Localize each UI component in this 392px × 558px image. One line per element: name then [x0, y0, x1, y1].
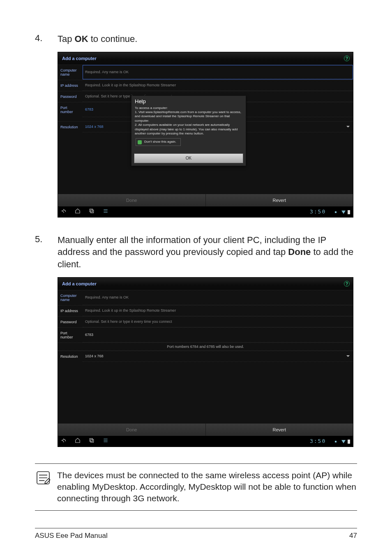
- step-5: 5. Manually enter all the information of…: [35, 234, 357, 271]
- step-4-number: 4.: [35, 33, 58, 45]
- screen-title-bar: Add a computer ?: [58, 278, 353, 290]
- note-icon: [35, 470, 51, 488]
- status-icons: [335, 438, 350, 445]
- footer-title: ASUS Eee Pad Manual: [35, 532, 108, 540]
- recent-apps-icon[interactable]: [88, 208, 95, 215]
- note-text: The devices must be connected to the sam…: [57, 470, 357, 505]
- screen-title: Add a computer: [62, 56, 97, 61]
- menu-icon[interactable]: [102, 438, 109, 445]
- back-icon[interactable]: [60, 438, 67, 445]
- svg-rect-1: [91, 210, 94, 213]
- help-icon[interactable]: ?: [344, 281, 350, 287]
- screenshot-add-computer-form: Add a computer ? Computer name Required.…: [58, 277, 353, 447]
- label-password: Password: [58, 317, 83, 327]
- back-icon[interactable]: [60, 208, 67, 215]
- label-resolution: Resolution: [58, 351, 83, 362]
- input-computer-name[interactable]: Required. Any name is OK: [83, 290, 353, 305]
- divider: [35, 510, 357, 511]
- screen-title: Add a computer: [62, 281, 97, 286]
- svg-rect-3: [348, 210, 350, 214]
- label-password: Password: [58, 91, 83, 102]
- input-port-number[interactable]: 6783: [83, 328, 353, 343]
- android-nav-bar: 3:50: [58, 436, 353, 447]
- home-icon[interactable]: [74, 208, 81, 215]
- menu-icon[interactable]: [102, 208, 109, 215]
- done-button[interactable]: Done: [58, 194, 206, 206]
- page-footer: ASUS Eee Pad Manual 47: [35, 528, 357, 540]
- label-port-number: Port number: [58, 328, 83, 343]
- label-resolution: Resolution: [58, 122, 83, 132]
- revert-button[interactable]: Revert: [206, 194, 353, 206]
- screenshot-add-computer-help: Add a computer ? Computer name Required.…: [58, 52, 353, 218]
- ok-button[interactable]: OK: [134, 153, 243, 163]
- label-computer-name: Computer name: [58, 65, 83, 80]
- label-ip-address: IP address: [58, 306, 83, 316]
- status-clock: 3:50: [310, 208, 326, 215]
- input-computer-name[interactable]: Required. Any name is OK: [83, 65, 353, 80]
- status-icons: [335, 208, 350, 215]
- svg-rect-2: [335, 211, 337, 213]
- input-ip-address[interactable]: Required. Look it up in the Splashtop Re…: [83, 306, 353, 316]
- svg-rect-4: [90, 439, 92, 442]
- step-5-number: 5.: [35, 234, 58, 271]
- svg-rect-5: [91, 440, 94, 442]
- step-4-text: Tap OK to continue.: [58, 33, 357, 45]
- page-number: 47: [349, 532, 357, 540]
- battery-icon: [347, 439, 350, 444]
- revert-button[interactable]: Revert: [206, 424, 353, 436]
- battery-icon: [347, 210, 350, 215]
- chevron-down-icon: [346, 355, 350, 357]
- status-clock: 3:50: [310, 438, 326, 444]
- svg-rect-6: [335, 441, 337, 442]
- screen-title-bar: Add a computer ?: [58, 52, 353, 65]
- step-5-text: Manually enter all the information of yo…: [58, 234, 357, 271]
- mute-icon: [335, 439, 340, 444]
- label-ip-address: IP address: [58, 80, 83, 91]
- home-icon[interactable]: [74, 438, 81, 445]
- help-line-2: 2. All computers available on your local…: [135, 123, 242, 136]
- mute-icon: [335, 210, 340, 215]
- label-port-number: Port number: [58, 102, 83, 117]
- note-block: The devices must be connected to the sam…: [35, 463, 357, 511]
- step-4: 4. Tap OK to continue.: [35, 33, 357, 45]
- svg-rect-7: [348, 440, 350, 444]
- input-ip-address[interactable]: Required. Look it up in the Splashtop Re…: [83, 80, 353, 91]
- label-computer-name: Computer name: [58, 290, 83, 305]
- help-line-intro: To access a computer:: [135, 106, 242, 110]
- recent-apps-icon[interactable]: [88, 438, 95, 445]
- help-dialog: Help To access a computer: 1. Visit www.…: [131, 95, 246, 166]
- android-nav-bar: 3:50: [58, 206, 353, 217]
- dont-show-again-checkbox[interactable]: Don't show this again.: [136, 138, 181, 146]
- svg-rect-0: [90, 209, 92, 212]
- chevron-down-icon: [346, 126, 350, 127]
- dont-show-again-label: Don't show this again.: [144, 140, 176, 144]
- done-button[interactable]: Done: [58, 424, 206, 436]
- port-note: Port numbers 6784 and 6785 will also be …: [58, 343, 353, 351]
- wifi-icon: [341, 210, 346, 215]
- input-password[interactable]: Optional. Set it here or type it every t…: [83, 317, 353, 327]
- help-dialog-title: Help: [131, 96, 246, 106]
- checkbox-icon: [138, 140, 142, 144]
- select-resolution[interactable]: 1024 x 768: [83, 351, 353, 362]
- wifi-icon: [341, 439, 346, 444]
- help-line-1: 1. Visit www.SplashtopRemote.com from a …: [135, 110, 242, 123]
- help-icon[interactable]: ?: [344, 56, 350, 61]
